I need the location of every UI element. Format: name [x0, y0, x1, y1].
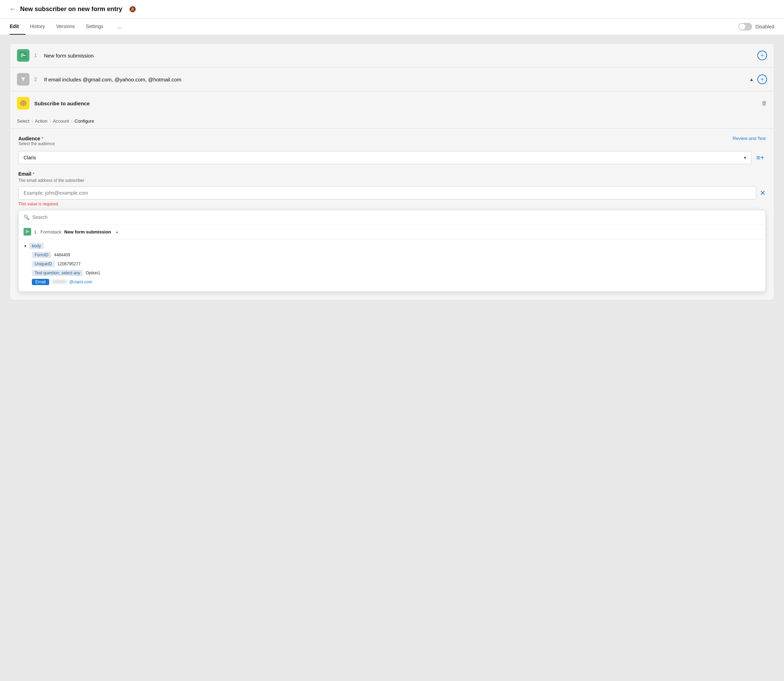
- audience-label: Audience: [18, 136, 40, 141]
- tab-history[interactable]: History: [30, 19, 52, 35]
- step-2-label: If email includes @gmail.com, @yahoo.com…: [44, 76, 744, 82]
- subscribe-header: 🐵 Subscribe to audience 🗑: [10, 92, 774, 115]
- audience-field-header: Audience * Select the audience: [18, 136, 55, 150]
- body-row: ▼ body: [24, 243, 760, 249]
- svg-rect-1: [21, 54, 24, 54]
- formstack-chevron-up-icon[interactable]: ▲: [115, 230, 119, 234]
- svg-rect-2: [21, 55, 25, 56]
- tab-more[interactable]: ...: [114, 19, 124, 35]
- top-header: ← New subscriber on new form entry 🔕: [0, 0, 784, 19]
- email-data-row[interactable]: Email •••••••••• @claris.com: [32, 279, 760, 285]
- list-plus-icon[interactable]: ≡+: [755, 152, 766, 163]
- breadcrumb-account[interactable]: Account: [53, 119, 69, 124]
- configure-header-row: Audience * Select the audience Review an…: [18, 136, 766, 150]
- formstack-label: Formstack: [41, 229, 62, 234]
- email-label-row: Email *: [18, 171, 766, 177]
- filter-icon: [17, 73, 29, 86]
- step-2-row: 2 If email includes @gmail.com, @yahoo.c…: [10, 68, 774, 92]
- breadcrumb-chevron-3: ›: [71, 119, 73, 123]
- email-error: This value is required.: [18, 201, 766, 206]
- svg-rect-5: [25, 231, 29, 232]
- breadcrumb-configure[interactable]: Configure: [74, 119, 94, 124]
- formstack-dropdown-row[interactable]: 1. Formstack New form submission ▲: [19, 225, 765, 239]
- search-icon: 🔍: [24, 214, 29, 220]
- audience-required-star: *: [41, 136, 43, 141]
- back-button[interactable]: ←: [10, 6, 16, 13]
- search-row: 🔍: [19, 210, 765, 225]
- audience-label-row: Audience *: [18, 136, 55, 141]
- email-section: Email * The email address of the subscri…: [18, 171, 766, 206]
- workflow-card: 1 New form submission + 2 If email inclu…: [10, 43, 774, 300]
- breadcrumb-chevron-2: ›: [49, 119, 51, 123]
- svg-rect-4: [25, 230, 28, 231]
- step-1-row: 1 New form submission +: [10, 44, 774, 68]
- audience-select[interactable]: Claris ▾: [18, 151, 751, 164]
- test-question-row[interactable]: Test question, select any Option1: [32, 270, 760, 276]
- tabs-bar: Edit History Versions Settings ... Disab…: [0, 19, 784, 35]
- dropdown-popup: 🔍 1. Formstack: [18, 210, 766, 291]
- mailchimp-icon: 🐵: [17, 97, 29, 109]
- uniqueid-key: UniqueID: [32, 261, 55, 267]
- email-data-tag: Email: [32, 279, 49, 285]
- formid-value: 4484409: [54, 252, 70, 257]
- email-required-star: *: [33, 171, 34, 177]
- audience-value: Claris: [24, 155, 36, 160]
- toggle-label: Disabled: [756, 24, 774, 29]
- bell-icon[interactable]: 🔕: [129, 6, 136, 13]
- trash-icon[interactable]: 🗑: [762, 100, 767, 106]
- email-input-row: ✕: [18, 186, 766, 200]
- chevron-down-icon: ▾: [744, 155, 746, 160]
- breadcrumb-select[interactable]: Select: [17, 119, 29, 124]
- step-1-number: 1: [34, 53, 39, 58]
- main-content: 1 New form submission + 2 If email inclu…: [0, 35, 784, 309]
- page-wrapper: ← New subscriber on new form entry 🔕 Edi…: [0, 0, 784, 681]
- breadcrumb-chevron-1: ›: [32, 119, 33, 123]
- body-tree: ▼ body FormID 4484409 UniqueID 120679527…: [19, 239, 765, 291]
- email-description: The email address of the subscriber: [18, 178, 766, 183]
- breadcrumb-action[interactable]: Action: [35, 119, 47, 124]
- test-question-key: Test question, select any: [32, 270, 83, 276]
- configure-section: Audience * Select the audience Review an…: [10, 129, 774, 300]
- dropdown-search-input[interactable]: [32, 214, 760, 220]
- email-input[interactable]: [18, 186, 756, 200]
- tab-edit[interactable]: Edit: [10, 19, 25, 35]
- audience-select-row: Claris ▾ ≡+: [18, 151, 766, 164]
- tabs-right: Disabled: [738, 23, 774, 30]
- formstack-mini-icon: [24, 228, 31, 236]
- tab-versions[interactable]: Versions: [56, 19, 82, 35]
- email-domain-value: @claris.com: [69, 280, 92, 284]
- step-1-label: New form submission: [44, 53, 752, 59]
- disabled-toggle[interactable]: [738, 23, 752, 30]
- body-collapse-icon[interactable]: ▼: [24, 244, 27, 248]
- formstack-row-title: New form submission: [65, 229, 111, 234]
- uniqueid-value: 1206795277: [57, 261, 81, 266]
- email-label: Email: [18, 171, 31, 177]
- email-blur-value: ••••••••••: [52, 280, 66, 284]
- body-tag: body: [29, 243, 44, 249]
- step-1-plus-button[interactable]: +: [757, 51, 767, 60]
- uniqueid-row[interactable]: UniqueID 1206795277: [32, 261, 760, 267]
- step-2-number: 2: [34, 76, 39, 82]
- step-1-actions: +: [757, 51, 767, 60]
- subscribe-section: 🐵 Subscribe to audience 🗑 Select › Actio…: [10, 92, 774, 129]
- formstack-icon: [17, 49, 29, 62]
- test-question-value: Option1: [85, 271, 100, 276]
- formid-row[interactable]: FormID 4484409: [32, 252, 760, 258]
- step-2-plus-button[interactable]: +: [757, 74, 767, 84]
- step-2-chevron-up-icon[interactable]: ▲: [749, 76, 754, 82]
- formstack-number-label: 1.: [34, 229, 38, 234]
- step-2-actions: ▲ +: [749, 74, 767, 84]
- svg-rect-6: [25, 233, 27, 233]
- formid-key: FormID: [32, 252, 51, 258]
- clear-email-icon[interactable]: ✕: [760, 189, 766, 197]
- svg-rect-3: [21, 57, 23, 57]
- page-title: New subscriber on new form entry: [20, 6, 122, 13]
- breadcrumb-nav: Select › Action › Account › Configure: [10, 115, 774, 128]
- audience-description: Select the audience: [18, 141, 55, 146]
- subscribe-label: Subscribe to audience: [34, 100, 757, 106]
- tab-settings[interactable]: Settings: [86, 19, 111, 35]
- review-test-button[interactable]: Review and Test: [733, 136, 766, 141]
